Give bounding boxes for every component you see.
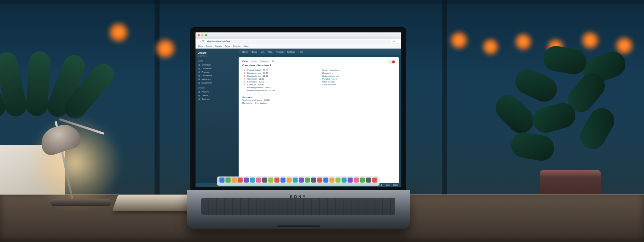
sidebar-item[interactable]: Comments	[198, 81, 236, 85]
dock-app-icon[interactable]	[336, 178, 341, 183]
list-row[interactable]: Resourcing	[322, 72, 395, 74]
dock-app-icon[interactable]	[360, 178, 365, 183]
bookmark-item[interactable]: Admin	[244, 45, 249, 47]
dock-app-icon[interactable]	[281, 178, 286, 183]
menu-icon[interactable]: ⋮	[396, 40, 399, 42]
list-row[interactable]: Planning window02:00	[242, 86, 315, 89]
panel-toggle[interactable]	[388, 60, 395, 64]
sidebar-item[interactable]: Members	[198, 77, 236, 81]
topnav-item[interactable]: Settings	[287, 51, 295, 53]
topnav-item[interactable]: Reports	[276, 51, 284, 53]
traffic-min-icon[interactable]	[201, 34, 203, 36]
sidebar-item[interactable]: Projects	[198, 70, 236, 74]
dock-app-icon[interactable]	[275, 178, 280, 183]
bookmark-item[interactable]: Tasks	[225, 45, 230, 47]
topnav-item[interactable]: Files	[268, 51, 272, 53]
row-key: Pending review	[322, 78, 337, 80]
window-frame	[0, 0, 644, 4]
panel-tab[interactable]: Planning	[260, 60, 268, 62]
topnav-item[interactable]: Help	[299, 51, 303, 53]
dock-app-icon[interactable]	[232, 178, 237, 183]
dock-app-icon[interactable]	[342, 178, 347, 183]
dock-app-icon[interactable]	[311, 178, 316, 183]
star-icon[interactable]: ★	[393, 40, 395, 42]
list-row[interactable]: Review assignments03:00	[242, 89, 315, 91]
row-key: Done on task	[322, 81, 335, 83]
dock-app-icon[interactable]	[293, 178, 298, 183]
list-row[interactable]: 3Backend sync10:00	[242, 75, 315, 77]
row-key: Standups	[247, 84, 256, 86]
dock-app-icon[interactable]	[317, 178, 322, 183]
dock-app-icon[interactable]	[366, 178, 371, 183]
list-row[interactable]: Done on task	[322, 81, 395, 83]
dock-app-icon[interactable]	[250, 178, 255, 183]
dock-app-icon[interactable]	[226, 178, 231, 183]
topnav-item[interactable]: Board	[252, 51, 257, 53]
dock-app-icon[interactable]	[372, 178, 377, 183]
panel-tab[interactable]: Cycle	[242, 60, 248, 62]
bookmark-item[interactable]: Calendar	[233, 45, 240, 47]
dock-app-icon[interactable]	[256, 178, 261, 183]
app-topnav: HomeBoardListFilesReportsSettingsHelp	[239, 49, 401, 55]
row-index: 4	[242, 78, 245, 80]
sidebar-item[interactable]: Settings	[198, 97, 236, 101]
sidebar-section: MAIN	[198, 60, 236, 62]
topnav-item[interactable]: List	[261, 51, 264, 53]
traffic-max-icon[interactable]	[205, 34, 207, 36]
browser-titlebar	[196, 32, 401, 39]
dock-app-icon[interactable]	[299, 178, 304, 183]
dock-app-icon[interactable]	[268, 178, 273, 183]
bookmark-item[interactable]: Boards	[206, 45, 212, 47]
bokeh-light	[449, 31, 469, 50]
sidebar-item[interactable]: Dashboard	[198, 67, 236, 70]
list-row[interactable]: Send requests	[322, 84, 395, 86]
bullet-icon	[198, 75, 200, 77]
dock-app-icon[interactable]	[244, 178, 249, 183]
sidebar-item-label: Comments	[202, 82, 212, 84]
list-row[interactable]: 6Standups01:00	[242, 84, 315, 86]
traffic-close-icon[interactable]	[198, 34, 200, 36]
sidebar-item[interactable]: Teams	[198, 94, 236, 97]
row-value: 02:00	[266, 86, 271, 89]
list-row[interactable]: 5Estimates12:30	[242, 81, 315, 83]
address-bar[interactable]: dashboard.example/app	[206, 40, 391, 43]
sidebar-item[interactable]: Overview	[198, 63, 236, 67]
panel-tab[interactable]: Details	[251, 60, 257, 62]
dock-app-icon[interactable]	[238, 178, 243, 183]
topnav-item[interactable]: Home	[242, 51, 248, 53]
list-row[interactable]: 4Client call11:00	[242, 78, 315, 80]
list-row[interactable]: 1Project kickoff08:00	[242, 69, 315, 71]
nav-back-icon[interactable]: ‹	[198, 40, 198, 42]
dock-app-icon[interactable]	[323, 178, 328, 183]
row-index: 2	[242, 72, 245, 74]
panel-footer-value: 08.00	[264, 99, 270, 101]
bullet-icon	[198, 95, 200, 97]
nav-fwd-icon[interactable]: ›	[200, 40, 201, 42]
bullet-icon	[198, 82, 200, 84]
app-main: HomeBoardListFilesReportsSettingsHelp Cy…	[239, 49, 401, 187]
dock-app-icon[interactable]	[262, 178, 267, 183]
list-row[interactable]: Data assessment	[322, 75, 395, 77]
dock-app-icon[interactable]	[330, 178, 335, 183]
row-key: Done	[322, 69, 327, 71]
panel-title: Overview · Iteration 1	[242, 64, 395, 67]
sidebar-item-label: Members	[202, 78, 211, 80]
panel-tab[interactable]: All	[272, 60, 274, 62]
list-row[interactable]: Pending review	[322, 78, 395, 80]
dock-app-icon[interactable]	[305, 178, 310, 183]
dock-app-icon[interactable]	[220, 178, 225, 183]
dock-app-icon[interactable]	[354, 178, 359, 183]
sidebar-item[interactable]: Archive	[198, 90, 236, 94]
list-row[interactable]: 2Design review09:30	[242, 72, 315, 74]
dock-app-icon[interactable]	[348, 178, 353, 183]
browser-toolbar: ‹ › ⟳ dashboard.example/app ★ ⋮	[196, 39, 401, 44]
row-index: 5	[242, 81, 245, 83]
list-row[interactable]: DoneCompleted	[322, 69, 395, 71]
sidebar-item[interactable]: Resources	[198, 74, 236, 77]
bookmark-item[interactable]: Reports	[215, 45, 222, 47]
nav-reload-icon[interactable]: ⟳	[202, 40, 204, 42]
bookmark-item[interactable]: Docs	[198, 45, 203, 47]
row-value: 12:30	[259, 81, 264, 83]
dock-app-icon[interactable]	[287, 178, 292, 183]
macos-dock	[217, 176, 380, 186]
